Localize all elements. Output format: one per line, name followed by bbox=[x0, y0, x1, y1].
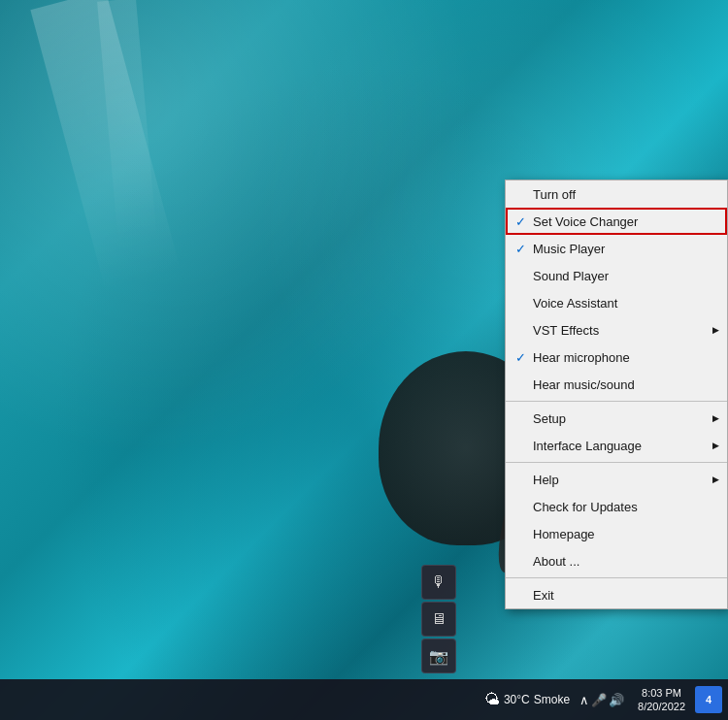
tray-icons-area: ∧ 🎤 🔊 bbox=[576, 689, 628, 711]
menu-item-interface-language[interactable]: Interface Language bbox=[506, 432, 727, 459]
menu-label-about: About ... bbox=[533, 554, 713, 569]
menu-item-hear-microphone[interactable]: ✓Hear microphone bbox=[506, 344, 727, 371]
weather-icon: 🌤 bbox=[484, 691, 500, 708]
menu-item-turn-off[interactable]: Turn off bbox=[506, 180, 727, 208]
menu-checkmark-hear-microphone: ✓ bbox=[515, 350, 533, 365]
menu-label-exit: Exit bbox=[533, 588, 713, 603]
volume-icon[interactable]: 🔊 bbox=[609, 693, 624, 707]
weather-condition-label: Smoke bbox=[534, 693, 570, 706]
notification-badge[interactable]: 4 bbox=[695, 686, 722, 713]
clock-area[interactable]: 8:03 PM 8/20/2022 bbox=[634, 684, 689, 716]
systray-popup-area: 🎙 🖥 📷 bbox=[421, 565, 456, 673]
mic-icon[interactable]: 🎤 bbox=[591, 693, 607, 707]
context-menu: Turn off✓Set Voice Changer✓Music PlayerS… bbox=[505, 180, 728, 609]
clock-date: 8/20/2022 bbox=[638, 700, 685, 713]
menu-item-vst-effects[interactable]: VST Effects bbox=[506, 316, 727, 344]
systray-app-icon-3[interactable]: 📷 bbox=[421, 638, 456, 673]
chevron-up-icon[interactable]: ∧ bbox=[579, 693, 589, 707]
weather-info: 🌤 30°C Smoke bbox=[484, 691, 570, 708]
taskbar-right: 🌤 30°C Smoke ∧ 🎤 🔊 8:03 PM 8/20/2022 4 bbox=[366, 684, 728, 716]
menu-item-music-player[interactable]: ✓Music Player bbox=[506, 235, 727, 262]
taskbar: 🌤 30°C Smoke ∧ 🎤 🔊 8:03 PM 8/20/2022 4 bbox=[0, 679, 728, 720]
menu-label-vst-effects: VST Effects bbox=[533, 323, 713, 338]
menu-label-hear-music-sound: Hear music/sound bbox=[533, 377, 713, 392]
menu-item-set-voice-changer[interactable]: ✓Set Voice Changer bbox=[506, 208, 727, 235]
menu-separator-after-about bbox=[506, 577, 727, 578]
menu-label-sound-player: Sound Player bbox=[533, 269, 713, 283]
menu-label-interface-language: Interface Language bbox=[533, 439, 713, 453]
menu-label-setup: Setup bbox=[533, 411, 713, 426]
menu-checkmark-set-voice-changer: ✓ bbox=[515, 214, 533, 229]
menu-label-set-voice-changer: Set Voice Changer bbox=[533, 214, 713, 229]
menu-item-help[interactable]: Help bbox=[506, 466, 727, 493]
menu-item-hear-music-sound[interactable]: Hear music/sound bbox=[506, 371, 727, 398]
systray-app-icon-1[interactable]: 🎙 bbox=[421, 565, 456, 600]
menu-item-homepage[interactable]: Homepage bbox=[506, 520, 727, 547]
menu-separator-after-hear-music-sound bbox=[506, 401, 727, 402]
menu-item-voice-assistant[interactable]: Voice Assistant bbox=[506, 289, 727, 316]
menu-label-turn-off: Turn off bbox=[533, 187, 713, 202]
menu-item-exit[interactable]: Exit bbox=[506, 581, 727, 608]
systray-app-icon-2[interactable]: 🖥 bbox=[421, 602, 456, 637]
menu-item-check-for-updates[interactable]: Check for Updates bbox=[506, 493, 727, 520]
menu-label-voice-assistant: Voice Assistant bbox=[533, 296, 713, 311]
menu-label-hear-microphone: Hear microphone bbox=[533, 350, 713, 365]
menu-separator-after-interface-language bbox=[506, 462, 727, 463]
menu-label-music-player: Music Player bbox=[533, 242, 713, 256]
temperature-label: 30°C bbox=[504, 693, 530, 706]
menu-item-setup[interactable]: Setup bbox=[506, 405, 727, 432]
menu-label-homepage: Homepage bbox=[533, 527, 713, 541]
menu-label-help: Help bbox=[533, 473, 713, 487]
menu-label-check-for-updates: Check for Updates bbox=[533, 500, 713, 514]
menu-checkmark-music-player: ✓ bbox=[515, 242, 533, 256]
menu-item-about[interactable]: About ... bbox=[506, 547, 727, 574]
clock-time: 8:03 PM bbox=[642, 686, 681, 700]
menu-item-sound-player[interactable]: Sound Player bbox=[506, 262, 727, 289]
